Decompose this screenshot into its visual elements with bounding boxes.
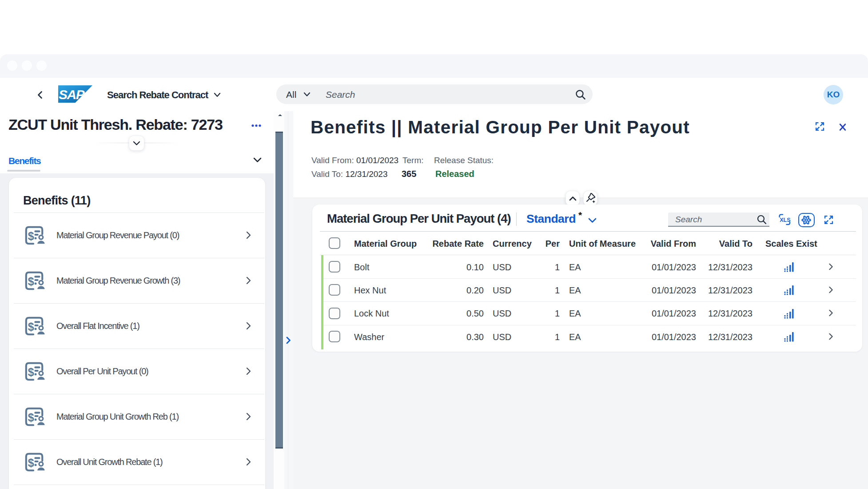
svg-text:SAP: SAP <box>59 87 85 102</box>
svg-text:XLS: XLS <box>780 217 790 223</box>
